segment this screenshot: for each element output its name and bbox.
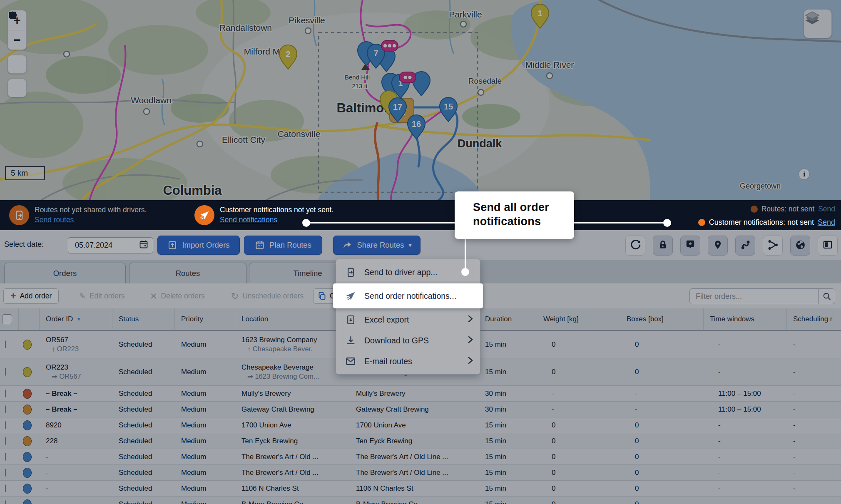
- table-row[interactable]: – Break –ScheduledMediumGateway Craft Br…: [0, 402, 841, 417]
- col-header-status[interactable]: Status: [112, 308, 175, 330]
- scheduling: -: [793, 484, 841, 493]
- location-2: 1700 Union Ave: [356, 421, 479, 430]
- row-checkbox[interactable]: [5, 437, 6, 445]
- row-checkbox[interactable]: [5, 421, 6, 429]
- row-checkbox[interactable]: [5, 340, 6, 348]
- map-label: Randallstown: [219, 23, 272, 32]
- share-routes-label: Share Routes: [357, 241, 404, 250]
- map-scale: 5 km: [5, 166, 45, 180]
- time-windows: -: [710, 500, 787, 504]
- order-priority: Medium: [181, 421, 235, 430]
- weight: 0: [543, 500, 620, 504]
- location: The Brewer's Art / Old ...: [241, 453, 350, 461]
- sort-desc-icon: ▼: [76, 316, 81, 322]
- table-row[interactable]: -ScheduledMediumThe Brewer's Art / Old .…: [0, 449, 841, 465]
- refresh-button[interactable]: [625, 236, 645, 256]
- panel-button[interactable]: [818, 236, 838, 256]
- order-status: Scheduled: [119, 421, 175, 430]
- table-row[interactable]: -ScheduledMediumB-More Brewing CoB-More …: [0, 497, 841, 504]
- date-input[interactable]: 05.07.2024: [68, 237, 153, 253]
- col-header-boxes-box[interactable]: Boxes [box]: [620, 308, 704, 330]
- rectangle-select-button[interactable]: [7, 79, 27, 97]
- menu-item-excel-export[interactable]: Excel export: [336, 309, 480, 330]
- poi-flag-button[interactable]: ★: [680, 236, 700, 256]
- customers-status-send-link[interactable]: Send: [818, 218, 835, 227]
- row-checkbox[interactable]: [5, 453, 6, 461]
- location: The Brewer's Art / Old ...: [241, 469, 350, 477]
- menu-item-send-to-driver-app[interactable]: Send to driver app...: [336, 262, 480, 283]
- map-cluster-marker[interactable]: [399, 72, 416, 83]
- table-row[interactable]: -ScheduledMediumThe Brewer's Art / Old .…: [0, 465, 841, 481]
- order-priority: Medium: [181, 437, 235, 445]
- row-checkbox[interactable]: [5, 484, 6, 492]
- search-icon[interactable]: [818, 289, 835, 304]
- col-header-priority[interactable]: Priority: [175, 308, 235, 330]
- map-layers-button[interactable]: [804, 9, 832, 38]
- menu-item-e-mail-routes[interactable]: E-mail routes: [336, 351, 480, 372]
- col-header-weight-kg[interactable]: Weight [kg]: [537, 308, 620, 330]
- plus-icon: +: [10, 291, 16, 301]
- weight: 0: [543, 368, 620, 376]
- panel-icon: [822, 239, 833, 252]
- menu-item-send-order-notifications[interactable]: Send order notifications...: [333, 283, 483, 308]
- location-linked: ↑ Chesapeake Bever.: [241, 345, 350, 353]
- table-row[interactable]: -ScheduledMedium1106 N Charles St1106 N …: [0, 481, 841, 497]
- location-2: Ten Eyck Brewing: [356, 437, 479, 445]
- add-order-button[interactable]: + Add order: [3, 288, 59, 304]
- plan-routes-button[interactable]: Plan Routes: [244, 236, 322, 255]
- weight: -: [543, 405, 620, 414]
- row-checkbox[interactable]: [5, 405, 6, 413]
- scheduling: -: [793, 500, 841, 504]
- col-header-duration[interactable]: Duration: [479, 308, 537, 330]
- weight: 0: [543, 469, 620, 477]
- import-icon: [167, 240, 177, 250]
- scheduling: -: [793, 469, 841, 477]
- route-color-dot: [23, 340, 32, 350]
- tab-orders[interactable]: Orders: [4, 263, 126, 283]
- send-notifications-link[interactable]: Send notifications: [220, 216, 277, 224]
- row-checkbox[interactable]: [5, 368, 6, 376]
- boxes: 0: [627, 500, 704, 504]
- col-header-location[interactable]: Location: [235, 308, 350, 330]
- share-routes-button[interactable]: Share Routes ▾: [333, 236, 420, 255]
- row-checkbox[interactable]: [5, 500, 6, 504]
- route-color-dot: [23, 499, 32, 504]
- split-route-button[interactable]: [763, 236, 783, 256]
- import-orders-button[interactable]: Import Orders: [157, 236, 240, 255]
- svg-text:17: 17: [393, 102, 402, 112]
- unschedule-orders-button[interactable]: ↻ Unschedule orders: [231, 288, 304, 304]
- paper-plane-icon: [199, 210, 210, 221]
- map-cluster-marker[interactable]: [381, 40, 398, 51]
- customers-status: Customer notifications: not sent Send: [698, 218, 835, 227]
- table-row[interactable]: – Break –ScheduledMediumMully's BreweryM…: [0, 386, 841, 402]
- edit-orders-button[interactable]: ✎ Edit orders: [79, 288, 125, 304]
- table-row[interactable]: 228ScheduledMediumTen Eyck BrewingTen Ey…: [0, 433, 841, 449]
- route-button[interactable]: [735, 236, 755, 256]
- menu-item-label: Send order notifications...: [364, 291, 476, 301]
- send-routes-link[interactable]: Send routes: [35, 216, 74, 224]
- col-header-time-windows[interactable]: Time windows: [704, 308, 787, 330]
- map[interactable]: RandallstownPikesvilleParkvilleMilford M…: [0, 0, 841, 200]
- plan-calendar-icon: [255, 240, 265, 250]
- lock-icon: [657, 239, 668, 252]
- select-all-checkbox[interactable]: [2, 314, 12, 324]
- calendar-icon[interactable]: [139, 239, 149, 251]
- pin-button[interactable]: [708, 236, 728, 256]
- map-info-button[interactable]: i: [799, 169, 810, 180]
- menu-item-download-to-gps[interactable]: Download to GPS: [336, 330, 480, 351]
- tab-routes[interactable]: Routes: [129, 263, 246, 283]
- table-row[interactable]: 8920ScheduledMedium1700 Union Ave1700 Un…: [0, 417, 841, 433]
- globe-button[interactable]: [790, 236, 810, 256]
- zoom-out-button[interactable]: −: [8, 30, 26, 50]
- row-checkbox[interactable]: [5, 469, 6, 477]
- polygon-select-button[interactable]: [7, 55, 27, 74]
- filter-orders-input[interactable]: [690, 292, 818, 301]
- delete-orders-button[interactable]: ✕ Delete orders: [150, 288, 205, 304]
- col-header-order-id[interactable]: Order ID▼: [40, 308, 112, 330]
- route-color-dot: [23, 468, 32, 478]
- duration: 30 min: [485, 405, 537, 414]
- lock-button[interactable]: [653, 236, 673, 256]
- col-header-scheduling-r[interactable]: Scheduling r: [787, 308, 841, 330]
- row-checkbox[interactable]: [5, 390, 6, 397]
- main-toolbar: Select date: 05.07.2024 Import Orders Pl…: [0, 230, 841, 260]
